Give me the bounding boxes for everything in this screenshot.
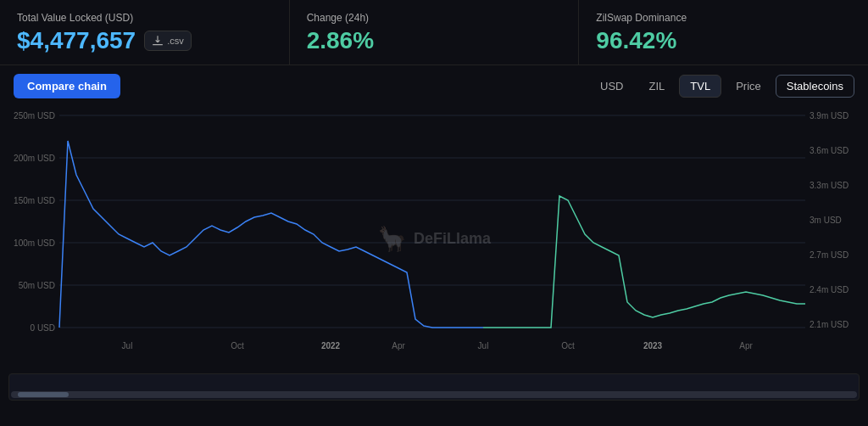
- x-jul-2022: Jul: [478, 341, 489, 350]
- y-right-36: 3.6m USD: [810, 146, 849, 155]
- chart-container: 250m USD 200m USD 150m USD 100m USD 50m …: [8, 107, 860, 370]
- tab-group: USD ZIL TVL Price Stablecoins: [589, 75, 854, 98]
- y-right-27: 2.7m USD: [810, 250, 849, 260]
- csv-download-button[interactable]: .csv: [144, 31, 192, 51]
- tab-usd[interactable]: USD: [589, 75, 634, 98]
- dominance-value: 96.42%: [596, 27, 851, 54]
- tab-tvl[interactable]: TVL: [679, 75, 721, 98]
- x-2022: 2022: [321, 341, 341, 350]
- x-apr-2023: Apr: [739, 341, 753, 350]
- x-oct-2022: Oct: [561, 341, 575, 350]
- x-apr-2022: Apr: [392, 341, 405, 350]
- y-right-39: 3.9m USD: [810, 111, 849, 121]
- dominance-label: ZilSwap Dominance: [596, 12, 851, 24]
- scrollbar-track: [11, 391, 857, 398]
- tab-price[interactable]: Price: [725, 75, 772, 98]
- tab-zil[interactable]: ZIL: [638, 75, 676, 98]
- y-right-24: 2.4m USD: [810, 285, 849, 294]
- tvl-label: Total Value Locked (USD): [17, 12, 272, 24]
- y-left-200: 200m USD: [14, 154, 55, 163]
- blue-line: [59, 141, 483, 328]
- chart-svg: 250m USD 200m USD 150m USD 100m USD 50m …: [8, 107, 860, 370]
- controls-row: Compare chain USD ZIL TVL Price Stableco…: [0, 65, 868, 107]
- y-left-50: 50m USD: [19, 281, 55, 290]
- y-left-0: 0 USD: [31, 323, 55, 333]
- change-value: 2.86%: [307, 27, 562, 54]
- y-right-3m: 3m USD: [810, 216, 842, 225]
- y-left-250: 250m USD: [14, 111, 55, 121]
- compare-chain-button[interactable]: Compare chain: [14, 74, 120, 98]
- scrollbar-container[interactable]: [8, 373, 860, 401]
- stats-bar: Total Value Locked (USD) $4,477,657 .csv…: [0, 0, 868, 65]
- y-right-33: 3.3m USD: [810, 181, 849, 190]
- download-icon: [152, 35, 164, 47]
- x-2023: 2023: [643, 341, 663, 350]
- x-jul-2021: Jul: [122, 341, 133, 350]
- scrollbar-thumb[interactable]: [18, 392, 69, 397]
- x-oct-2021: Oct: [231, 341, 244, 350]
- tab-stablecoins[interactable]: Stablecoins: [776, 75, 854, 98]
- change-label: Change (24h): [307, 12, 562, 24]
- y-right-21: 2.1m USD: [810, 320, 849, 329]
- change-stat: Change (24h) 2.86%: [290, 0, 580, 64]
- teal-line: [483, 196, 805, 328]
- tvl-stat: Total Value Locked (USD) $4,477,657 .csv: [0, 0, 290, 64]
- y-left-150: 150m USD: [14, 196, 55, 205]
- tvl-value: $4,477,657: [17, 27, 136, 54]
- y-left-100: 100m USD: [14, 238, 55, 248]
- dominance-stat: ZilSwap Dominance 96.42%: [579, 0, 868, 64]
